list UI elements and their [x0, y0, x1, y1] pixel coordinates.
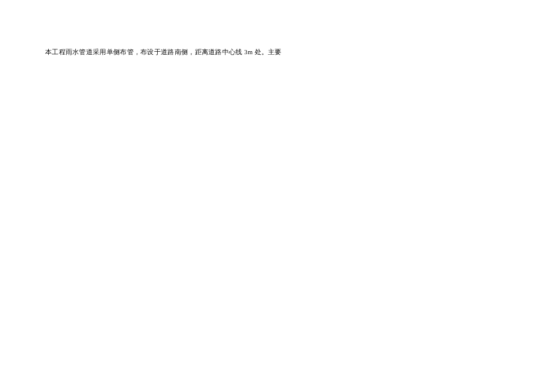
document-page: 本工程雨水管道采用单侧布管，布设于道路南侧，距离道路中心线 3m 处。主要: [0, 0, 554, 392]
paragraph-text: 本工程雨水管道采用单侧布管，布设于道路南侧，距离道路中心线 3m 处。主要: [45, 47, 509, 58]
